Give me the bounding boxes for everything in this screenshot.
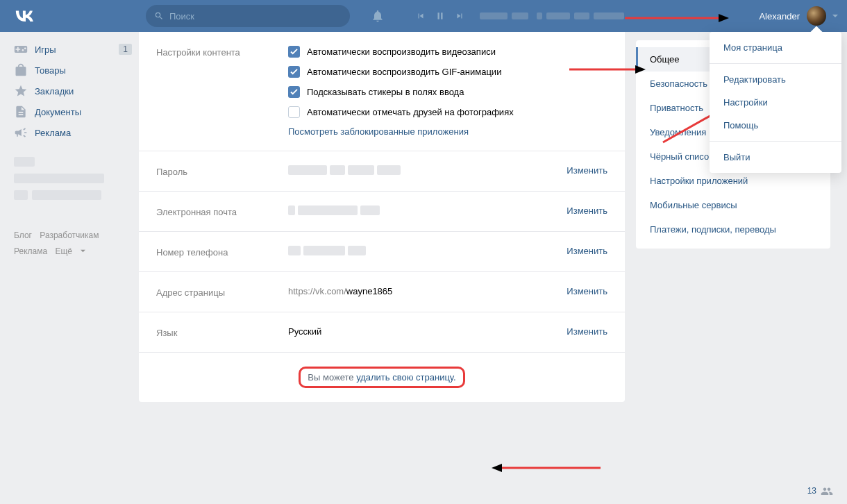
checkbox-icon (288, 86, 300, 98)
footer-devs[interactable]: Разработчикам (40, 230, 99, 240)
footer-links: Блог Разработчикам Реклама Ещё (7, 221, 139, 267)
sidebar-item-label: Реклама (35, 128, 132, 138)
section-label: Номер телефона (156, 246, 288, 258)
value-placeholder (288, 205, 545, 215)
svg-marker-7 (492, 464, 502, 472)
sidebar-item-label: Документы (35, 107, 132, 117)
dropdown-my-page[interactable]: Моя страница (710, 36, 841, 59)
search-input[interactable] (169, 11, 342, 22)
sidebar-placeholder (7, 143, 139, 221)
checkbox-autoplay-gif[interactable]: Автоматически воспроизводить GIF-анимаци… (288, 66, 607, 78)
dropdown-logout[interactable]: Выйти (710, 146, 841, 169)
sidebar-item-label: Игры (35, 44, 119, 55)
tab-payments[interactable]: Платежи, подписки, переводы (636, 217, 830, 242)
checkbox-auto-tag[interactable]: Автоматически отмечать друзей на фотогра… (288, 106, 607, 118)
change-address-link[interactable]: Изменить (567, 286, 607, 296)
checkbox-autoplay-video[interactable]: Автоматически воспроизводить видеозаписи (288, 46, 607, 58)
address-row: Адрес страницы https://vk.com/wayne1865 … (139, 271, 625, 312)
dropdown-edit[interactable]: Редактировать (710, 68, 841, 91)
dropdown-separator (710, 141, 841, 142)
vk-logo[interactable] (7, 0, 42, 32)
sidebar-item-games[interactable]: Игры 1 (7, 39, 139, 60)
chevron-down-icon (80, 249, 86, 253)
password-row: Пароль Изменить (139, 151, 625, 191)
change-email-link[interactable]: Изменить (567, 205, 607, 216)
sidebar-item-label: Товары (35, 65, 132, 76)
language-row: Язык Русский Изменить (139, 312, 625, 352)
sidebar: Игры 1 Товары Закладки Документы Реклама… (0, 32, 139, 402)
phone-row: Номер телефона Изменить (139, 231, 625, 271)
dropdown-settings[interactable]: Настройки (710, 91, 841, 114)
change-phone-link[interactable]: Изменить (567, 246, 607, 256)
sidebar-item-bookmarks[interactable]: Закладки (7, 81, 139, 101)
delete-prefix: Вы можете (308, 372, 356, 383)
chevron-down-icon (832, 14, 839, 19)
language-value: Русский (288, 326, 545, 337)
email-row: Электронная почта Изменить (139, 191, 625, 231)
section-label: Пароль (156, 165, 288, 177)
user-menu-toggle[interactable]: Alexander (750, 0, 847, 32)
blocked-apps-link[interactable]: Посмотреть заблокированные приложения (288, 126, 607, 137)
checkbox-icon (288, 46, 300, 58)
sidebar-item-docs[interactable]: Документы (7, 101, 139, 122)
content-settings-row: Настройки контента Автоматически воспрои… (139, 32, 625, 151)
next-track-icon[interactable] (455, 11, 464, 21)
chat-icon (821, 487, 833, 495)
avatar (807, 6, 826, 26)
delete-account-link[interactable]: удалить свою страницу. (356, 372, 456, 383)
audio-player (416, 10, 624, 22)
checkbox-sticker-suggest[interactable]: Подсказывать стикеры в полях ввода (288, 86, 607, 98)
search-container[interactable] (146, 5, 350, 27)
user-name: Alexander (759, 11, 800, 22)
app-header: Alexander (0, 0, 847, 32)
checkbox-icon (288, 66, 300, 78)
pause-icon[interactable] (435, 10, 445, 22)
ads-icon (14, 126, 28, 140)
change-password-link[interactable]: Изменить (567, 165, 607, 176)
games-icon (14, 42, 28, 56)
sidebar-item-label: Закладки (35, 86, 132, 96)
annotation-arrow (489, 461, 601, 475)
checkbox-icon (288, 106, 300, 118)
bookmark-icon (14, 84, 28, 98)
sidebar-item-ads[interactable]: Реклама (7, 122, 139, 143)
settings-main: Настройки контента Автоматически воспрои… (139, 32, 625, 402)
chat-count: 13 (807, 486, 816, 496)
address-value: wayne1865 (346, 286, 393, 296)
section-label: Адрес страницы (156, 286, 288, 298)
change-language-link[interactable]: Изменить (567, 326, 607, 337)
dropdown-separator (710, 63, 841, 64)
user-dropdown: Моя страница Редактировать Настройки Пом… (710, 32, 841, 173)
value-placeholder (288, 246, 545, 255)
delete-account-row: Вы можете удалить свою страницу. (139, 352, 625, 402)
search-icon (154, 11, 164, 21)
section-label: Настройки контента (156, 46, 288, 58)
track-info-placeholder (480, 12, 624, 19)
chat-indicator[interactable]: 13 (807, 486, 833, 496)
prev-track-icon[interactable] (416, 11, 426, 21)
footer-blog[interactable]: Блог (14, 230, 32, 240)
address-prefix: https://vk.com/ (288, 286, 346, 296)
footer-ads[interactable]: Реклама (14, 246, 47, 256)
market-icon (14, 63, 28, 77)
sidebar-badge: 1 (119, 44, 132, 55)
sidebar-item-market[interactable]: Товары (7, 60, 139, 81)
section-label: Язык (156, 326, 288, 338)
notifications-icon[interactable] (371, 9, 385, 23)
section-label: Электронная почта (156, 205, 288, 217)
value-placeholder (288, 165, 545, 175)
docs-icon (14, 105, 28, 119)
footer-more[interactable]: Ещё (55, 244, 86, 260)
tab-mobile[interactable]: Мобильные сервисы (636, 193, 830, 217)
dropdown-help[interactable]: Помощь (710, 114, 841, 137)
